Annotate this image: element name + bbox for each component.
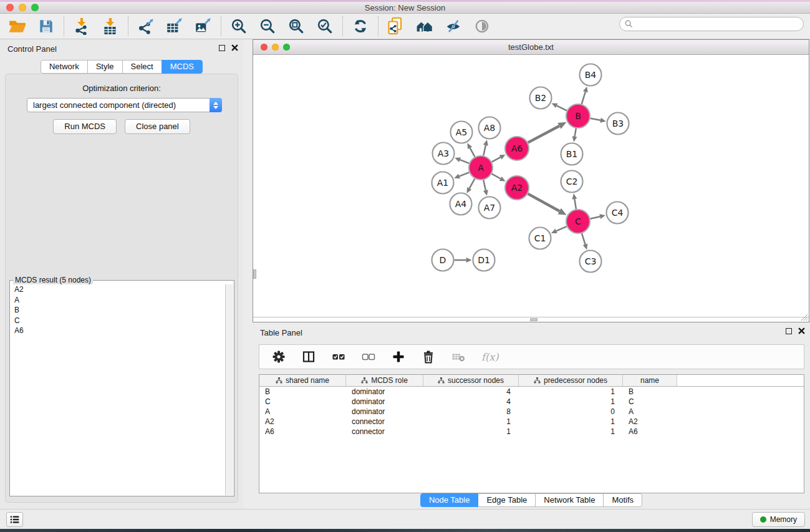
graph-edge-A-A3[interactable]: [460, 160, 470, 163]
graph-edge-A6-B[interactable]: [528, 126, 559, 143]
tab-mcds[interactable]: MCDS: [162, 60, 203, 74]
tab-select[interactable]: Select: [122, 60, 162, 74]
open-file-button[interactable]: [5, 15, 30, 37]
export-image-button[interactable]: [191, 15, 216, 37]
mcds-result-item[interactable]: C: [11, 316, 225, 326]
table-row[interactable]: Cdominator41C: [259, 397, 804, 407]
column-settings-button[interactable]: [268, 346, 289, 367]
graph-node-C4[interactable]: C4: [607, 202, 629, 224]
graph-node-B2[interactable]: B2: [530, 87, 552, 109]
select-all-rows-button[interactable]: [328, 346, 349, 367]
column-header-predecessor-nodes[interactable]: predecessor nodes: [519, 375, 623, 386]
delete-columns-button[interactable]: [418, 346, 439, 367]
graph-edge-A-A6[interactable]: [492, 157, 501, 162]
graph-edge-A-A5[interactable]: [470, 148, 475, 157]
close-panel-icon[interactable]: [231, 44, 238, 51]
table-row[interactable]: A6connector11A6: [259, 427, 804, 437]
graph-node-D[interactable]: D: [432, 249, 454, 271]
graph-edge-B-B2[interactable]: [557, 105, 567, 110]
save-session-button[interactable]: [34, 15, 59, 37]
resize-grip-icon[interactable]: [799, 312, 808, 321]
graph-node-A7[interactable]: A7: [479, 197, 501, 219]
graph-edge-A2-C[interactable]: [528, 194, 560, 211]
mcds-result-item[interactable]: A: [11, 295, 225, 306]
graph-node-A5[interactable]: A5: [451, 122, 473, 143]
memory-button[interactable]: Memory: [752, 512, 805, 527]
graph-edge-C-C1[interactable]: [556, 226, 567, 231]
graph-node-C[interactable]: C: [566, 210, 590, 233]
result-scrollbar[interactable]: [225, 284, 233, 495]
graph-edge-A-A7[interactable]: [483, 180, 486, 191]
graph-node-C1[interactable]: C1: [529, 228, 551, 249]
import-network-button[interactable]: [69, 15, 94, 37]
graph-node-C2[interactable]: C2: [561, 171, 583, 193]
graph-edge-A-A1[interactable]: [460, 172, 470, 176]
float-table-panel-icon[interactable]: [786, 328, 792, 334]
network-horizontal-scrollbar[interactable]: [530, 318, 538, 321]
new-network-from-selection-button[interactable]: [383, 15, 408, 37]
tab-style[interactable]: Style: [87, 60, 123, 74]
graph-node-A[interactable]: A: [469, 156, 493, 180]
graph-node-B4[interactable]: B4: [580, 64, 602, 86]
deselect-all-rows-button[interactable]: [358, 346, 379, 367]
zoom-fit-button[interactable]: [284, 15, 309, 37]
close-panel-button[interactable]: Close panel: [125, 119, 190, 134]
graph-edge-C-C2[interactable]: [574, 199, 576, 209]
graph-edge-B-B1[interactable]: [575, 128, 576, 137]
search-input[interactable]: [633, 19, 803, 30]
tab-motifs[interactable]: Motifs: [603, 493, 642, 507]
table-row[interactable]: Bdominator41B: [259, 387, 804, 397]
hide-graphics-details-button[interactable]: [441, 15, 466, 37]
column-header-name[interactable]: name: [623, 375, 677, 386]
show-all-networks-button[interactable]: [412, 15, 437, 37]
mcds-result-item[interactable]: A6: [11, 326, 225, 336]
tab-node-table[interactable]: Node Table: [420, 493, 479, 507]
apply-layout-button[interactable]: [348, 15, 373, 37]
tab-network[interactable]: Network: [41, 60, 88, 74]
split-panel-button[interactable]: [298, 346, 319, 367]
run-mcds-button[interactable]: Run MCDS: [53, 119, 117, 134]
table-row[interactable]: Adominator80A: [259, 407, 804, 417]
task-history-button[interactable]: [6, 512, 23, 527]
graph-node-D1[interactable]: D1: [473, 249, 495, 271]
function-builder-button[interactable]: f(x): [478, 346, 504, 367]
zoom-selected-button[interactable]: [312, 15, 337, 37]
float-panel-icon[interactable]: [219, 45, 225, 51]
show-graphics-details-button[interactable]: [470, 15, 494, 37]
graph-edge-C-C3[interactable]: [582, 233, 586, 244]
close-table-panel-icon[interactable]: [798, 327, 805, 334]
graph-edge-A-A4[interactable]: [470, 179, 475, 189]
network-canvas[interactable]: B4B2BB3A5A8A6A3AB1A1A2C2A4A7C4C1CC3DD1: [253, 55, 809, 317]
tab-edge-table[interactable]: Edge Table: [478, 493, 536, 507]
mcds-result-item[interactable]: A2: [11, 284, 225, 295]
zoom-out-button[interactable]: [255, 15, 280, 37]
graph-node-A2[interactable]: A2: [505, 176, 529, 200]
export-table-button[interactable]: [162, 15, 187, 37]
graph-edge-A-A2[interactable]: [492, 174, 501, 179]
graph-edge-C-C4[interactable]: [591, 216, 600, 218]
graph-node-C3[interactable]: C3: [580, 251, 602, 273]
import-table-button[interactable]: [98, 15, 123, 37]
export-network-button[interactable]: [133, 15, 158, 37]
tab-network-table[interactable]: Network Table: [535, 493, 604, 507]
mcds-result-item[interactable]: B: [11, 305, 225, 316]
graph-node-B[interactable]: B: [566, 104, 590, 128]
graph-node-A3[interactable]: A3: [433, 143, 455, 165]
graph-edge-B-B4[interactable]: [582, 92, 586, 104]
delete-table-button[interactable]: [448, 346, 469, 367]
graph-node-A1[interactable]: A1: [432, 172, 454, 194]
graph-node-B3[interactable]: B3: [607, 113, 629, 135]
column-header-mcds-role[interactable]: MCDS role: [346, 375, 423, 386]
table-row[interactable]: A2connector11A2: [259, 417, 804, 427]
network-vertical-scrollbar[interactable]: [253, 269, 256, 279]
graph-node-A8[interactable]: A8: [479, 117, 501, 139]
zoom-in-button[interactable]: [226, 15, 251, 37]
criterion-select[interactable]: largest connected component (directed): [27, 98, 222, 112]
graph-node-A6[interactable]: A6: [505, 137, 529, 160]
graph-node-B1[interactable]: B1: [561, 143, 583, 165]
graph-edge-B-B3[interactable]: [591, 118, 600, 120]
column-header-successor-nodes[interactable]: successor nodes: [423, 375, 519, 386]
column-header-shared-name[interactable]: shared name: [259, 375, 346, 386]
graph-node-A4[interactable]: A4: [450, 193, 472, 215]
graph-edge-A-A8[interactable]: [483, 145, 486, 156]
